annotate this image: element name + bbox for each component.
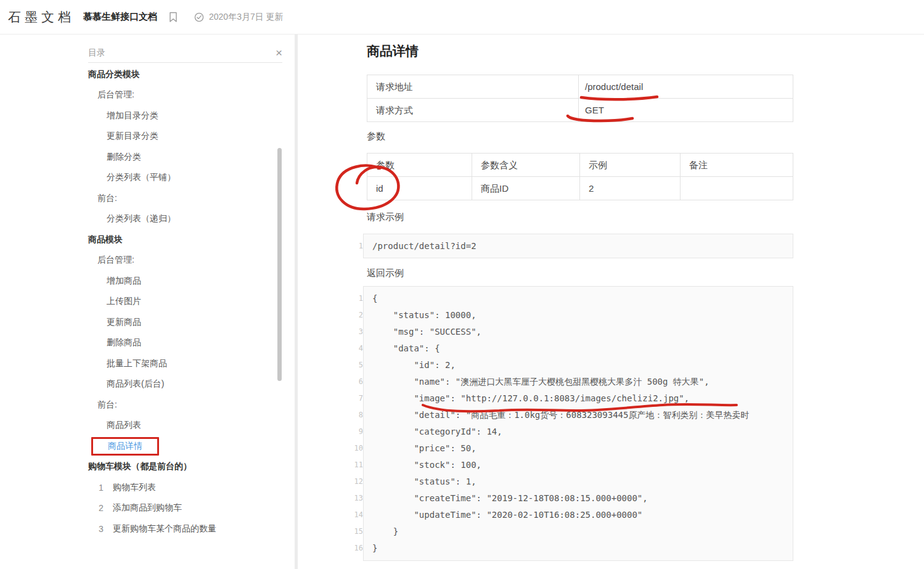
params-section-label: 参数 xyxy=(367,129,793,142)
params-header-note: 备注 xyxy=(681,154,793,177)
close-icon[interactable]: × xyxy=(276,49,282,57)
sidebar-item-product-list[interactable]: 商品列表 xyxy=(88,415,282,436)
code-line: "categoryId": 14, xyxy=(372,424,793,440)
active-item-red-box: 商品详情 xyxy=(91,437,159,456)
code-line: } xyxy=(372,540,793,557)
table-row: 请求地址 /product/detail xyxy=(367,75,793,99)
code-line: "name": "澳洲进口大黑车厘子大樱桃包甜黑樱桃大果多汁 500g 特大果"… xyxy=(372,374,793,390)
sidebar-scrollbar-thumb[interactable] xyxy=(277,148,282,381)
code-line: "image": "http://127.0.0.1:8083/images/c… xyxy=(372,390,793,407)
sidebar-item-product-detail[interactable]: 商品详情 xyxy=(88,436,282,457)
request-example-block: 1 /product/detail?id=2 xyxy=(350,234,793,258)
code-line: "msg": "SUCCESS", xyxy=(372,324,793,340)
update-status: 2020年3月7日 更新 xyxy=(194,12,284,23)
return-example-code: { "status": 10000, "msg": "SUCCESS", "da… xyxy=(363,286,793,561)
code-line: "data": { xyxy=(372,340,793,357)
line-number-gutter: 1 xyxy=(350,234,363,258)
sidebar-item-add-product[interactable]: 增加商品 xyxy=(88,271,282,292)
params-header-example: 示例 xyxy=(580,154,681,177)
panel-separator xyxy=(295,35,298,569)
sidebar-item-update-product[interactable]: 更新商品 xyxy=(88,312,282,333)
sidebar-item-frontend[interactable]: 前台: xyxy=(88,188,282,209)
document-body[interactable]: 商品详情 请求地址 /product/detail 请求方式 GET 参数 参数… xyxy=(367,34,793,561)
sidebar-item-cart-module[interactable]: 购物车模块（都是前台的） xyxy=(88,457,282,478)
sidebar-item-backend-admin-2[interactable]: 后台管理: xyxy=(88,250,282,271)
sidebar-item-product-category-module[interactable]: 商品分类模块 xyxy=(88,64,282,85)
request-method-label: 请求方式 xyxy=(367,99,579,122)
code-line: } xyxy=(372,523,793,540)
sidebar-item-update-cart-quantity[interactable]: 3更新购物车某个商品的数量 xyxy=(88,518,282,539)
param-meaning-cell: 商品ID xyxy=(472,177,580,200)
params-header-row: 参数 参数含义 示例 备注 xyxy=(367,154,793,177)
code-line: "status": 10000, xyxy=(372,307,793,324)
code-line: "stock": 100, xyxy=(372,457,793,473)
sidebar-item-backend-admin[interactable]: 后台管理: xyxy=(88,85,282,106)
return-example-block: 1 2 3 4 5 6 7 8 9 10 11 12 13 14 15 16 {… xyxy=(350,286,793,561)
param-note-cell xyxy=(681,177,793,200)
code-line: "id": 2, xyxy=(372,357,793,374)
code-line: "detail": "商品毛重：1.0kg货号：608323093445原产地：… xyxy=(372,407,793,424)
table-row: 请求方式 GET xyxy=(367,99,793,122)
sidebar-item-product-list-backend[interactable]: 商品列表(后台) xyxy=(88,374,282,395)
code-line: "price": 50, xyxy=(372,440,793,457)
sidebar-item-batch-shelf-product[interactable]: 批量上下架商品 xyxy=(88,353,282,374)
request-example-label: 请求示例 xyxy=(367,210,793,223)
param-example-cell: 2 xyxy=(580,177,681,200)
document-title[interactable]: 慕慕生鲜接口文档 xyxy=(83,11,157,23)
code-line: "createTime": "2019-12-18T08:08:15.000+0… xyxy=(372,490,793,507)
request-method-value: GET xyxy=(579,99,793,122)
sidebar-item-delete-category[interactable]: 删除分类 xyxy=(88,147,282,168)
app-logo[interactable]: 石墨文档 xyxy=(8,9,75,26)
toc-panel: 目录 × 商品分类模块 后台管理: 增加目录分类 更新目录分类 删除分类 分类列… xyxy=(88,35,282,569)
code-line: "status": 1, xyxy=(372,473,793,490)
toc-title: 目录 xyxy=(88,47,105,59)
sidebar-item-update-category[interactable]: 更新目录分类 xyxy=(88,126,282,147)
param-name-cell: id xyxy=(367,177,472,200)
sidebar-item-frontend-2[interactable]: 前台: xyxy=(88,395,282,415)
params-data-row: id 商品ID 2 xyxy=(367,177,793,200)
code-line: { xyxy=(372,290,793,307)
sidebar-item-cart-list[interactable]: 1购物车列表 xyxy=(88,477,282,498)
update-date: 2020年3月7日 更新 xyxy=(209,12,284,23)
code-line: "updateTime": "2020-02-10T16:08:25.000+0… xyxy=(372,507,793,523)
request-url-value: /product/detail xyxy=(579,75,793,99)
sidebar-item-category-list-recursive[interactable]: 分类列表（递归） xyxy=(88,209,282,230)
sidebar-item-upload-image[interactable]: 上传图片 xyxy=(88,292,282,313)
request-url-label: 请求地址 xyxy=(367,75,579,99)
sidebar-item-add-to-cart[interactable]: 2添加商品到购物车 xyxy=(88,498,282,519)
params-header-param: 参数 xyxy=(367,154,472,177)
request-info-table: 请求地址 /product/detail 请求方式 GET xyxy=(367,75,793,122)
return-example-label: 返回示例 xyxy=(367,266,793,279)
bookmark-icon[interactable] xyxy=(169,12,178,23)
sidebar-item-product-module[interactable]: 商品模块 xyxy=(88,229,282,250)
request-example-code: /product/detail?id=2 xyxy=(363,234,793,258)
sidebar-item-delete-product[interactable]: 删除商品 xyxy=(88,333,282,354)
page-title: 商品详情 xyxy=(367,42,793,60)
sidebar-item-category-list-flat[interactable]: 分类列表（平铺） xyxy=(88,168,282,189)
check-circle-icon xyxy=(194,12,204,22)
line-number-gutter: 1 2 3 4 5 6 7 8 9 10 11 12 13 14 15 16 xyxy=(350,286,363,561)
sidebar-item-add-category[interactable]: 增加目录分类 xyxy=(88,105,282,126)
toc-list: 商品分类模块 后台管理: 增加目录分类 更新目录分类 删除分类 分类列表（平铺）… xyxy=(88,64,282,539)
params-table: 参数 参数含义 示例 备注 id 商品ID 2 xyxy=(367,153,793,200)
top-header: 石墨文档 慕慕生鲜接口文档 2020年3月7日 更新 xyxy=(0,0,924,35)
params-header-meaning: 参数含义 xyxy=(472,154,580,177)
toc-divider xyxy=(88,62,282,63)
